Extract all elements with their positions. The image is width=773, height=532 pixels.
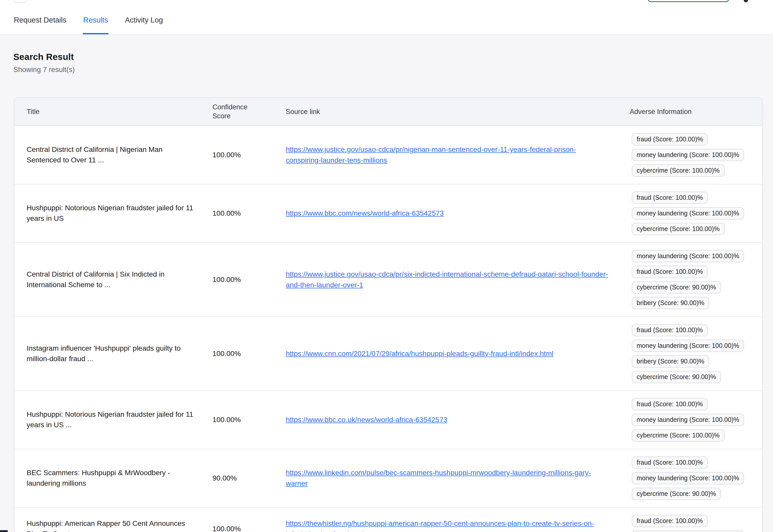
adverse-badge: cybercrime (Score: 100.00)% — [632, 223, 725, 235]
adverse-badge: money laundering (Score: 100.00)% — [632, 207, 744, 220]
column-header-title: Title — [27, 104, 212, 120]
adverse-badge: fraud (Score: 100.00)% — [632, 192, 708, 204]
adverse-badge: fraud (Score: 100.00)% — [632, 398, 708, 410]
table-row: Hushpuppi: Notorious Nigerian fraudster … — [15, 184, 762, 243]
adverse-badge: money laundering (Score: 100.00)% — [632, 530, 744, 532]
top-right-partial-icon — [744, 0, 748, 2]
column-header-source-link: Source link — [286, 104, 630, 120]
result-title: Hushpuppi: Notorious Nigerian fraudster … — [27, 409, 212, 430]
confidence-score-value: 100.00% — [212, 350, 286, 358]
adverse-information-badges: money laundering (Score: 100.00)%fraud (… — [630, 249, 762, 310]
result-title: Hushpuppi: American Rapper 50 Cent Annou… — [27, 518, 212, 532]
table-row: Hushpuppi: Notorious Nigerian fraudster … — [15, 391, 762, 449]
source-link[interactable]: https://www.justice.gov/usao-cdca/pr/nig… — [286, 145, 576, 164]
source-link[interactable]: https://thewhistler.ng/hushpuppi-america… — [286, 519, 594, 532]
adverse-badge: cybercrime (Score: 90.00)% — [632, 488, 721, 500]
adverse-badge: fraud (Score: 100.00)% — [632, 266, 708, 278]
adverse-information-badges: fraud (Score: 100.00)%money laundering (… — [630, 398, 762, 442]
adverse-badge: cybercrime (Score: 100.00)% — [632, 429, 725, 442]
adverse-badge: bribery (Score: 90.00)% — [632, 297, 709, 309]
result-title: BEC Scammers: Hushpuppi & MrWoodbery - l… — [27, 468, 212, 488]
confidence-score-value: 100.00% — [212, 416, 286, 424]
result-count-text: Showing 7 result(s) — [13, 66, 760, 74]
confidence-score-value: 90.00% — [212, 474, 286, 482]
adverse-information-badges: fraud (Score: 100.00)%money laundering (… — [630, 456, 762, 500]
table-header-row: Title Confidence Score Source link Adver… — [15, 98, 762, 126]
adverse-information-badges: fraud (Score: 100.00)%money laundering (… — [630, 133, 762, 177]
tab-list: Request Details Results Activity Log — [13, 16, 163, 34]
adverse-badge: fraud (Score: 100.00)% — [632, 133, 708, 145]
adverse-badge: cybercrime (Score: 100.00)% — [632, 164, 725, 177]
adverse-badge: fraud (Score: 100.00)% — [632, 456, 708, 469]
adverse-badge: fraud (Score: 100.00)% — [632, 515, 708, 527]
adverse-badge: bribery (Score: 90.00)% — [632, 355, 709, 368]
source-link[interactable]: https://www.bbc.co.uk/news/world-africa-… — [286, 416, 447, 424]
table-row: Instagram influencer 'Hushpuppi' pleads … — [15, 317, 762, 391]
confidence-score-value: 100.00% — [212, 151, 286, 159]
tab-activity-log[interactable]: Activity Log — [124, 16, 163, 34]
result-title: Instagram influencer 'Hushpuppi' pleads … — [27, 343, 212, 364]
search-result-section: Search Result Showing 7 result(s) Title … — [0, 35, 773, 532]
results-table: Title Confidence Score Source link Adver… — [14, 97, 762, 532]
source-link[interactable]: https://www.justice.gov/usao-cdca/pr/six… — [286, 270, 608, 289]
column-header-confidence-score: Confidence Score — [212, 99, 286, 125]
adverse-information-badges: fraud (Score: 100.00)%money laundering (… — [630, 324, 762, 384]
confidence-score-value: 100.00% — [212, 525, 286, 532]
adverse-badge: money laundering (Score: 100.00)% — [632, 472, 744, 484]
adverse-badge: cybercrime (Score: 90.00)% — [632, 281, 721, 294]
table-row: Central District of California | Nigeria… — [15, 126, 762, 184]
table-row: BEC Scammers: Hushpuppi & MrWoodbery - l… — [15, 449, 762, 508]
tab-results[interactable]: Results — [83, 16, 109, 34]
page-title: Search Result — [13, 52, 760, 62]
adverse-badge: money laundering (Score: 100.00)% — [632, 149, 744, 161]
source-link[interactable]: https://www.cnn.com/2021/07/29/africa/hu… — [286, 350, 553, 358]
source-link[interactable]: https://www.bbc.com/news/world-africa-63… — [286, 209, 444, 217]
tab-request-details[interactable]: Request Details — [13, 16, 67, 34]
adverse-badge: fraud (Score: 100.00)% — [632, 324, 708, 336]
adverse-badge: cybercrime (Score: 90.00)% — [632, 371, 721, 383]
top-left-partial-control[interactable] — [13, 0, 27, 3]
column-header-adverse-information: Adverse Information — [630, 104, 762, 120]
bottom-left-dark-strip — [0, 530, 8, 532]
adverse-badge: money laundering (Score: 100.00)% — [632, 340, 744, 352]
table-row: Central District of California | Six Ind… — [15, 243, 762, 317]
table-body: Central District of California | Nigeria… — [15, 126, 762, 532]
result-title: Central District of California | Six Ind… — [27, 269, 212, 290]
top-tab-bar: Request Details Results Activity Log — [0, 0, 773, 35]
table-row: Hushpuppi: American Rapper 50 Cent Annou… — [15, 508, 762, 532]
confidence-score-value: 100.00% — [212, 276, 286, 284]
adverse-badge: money laundering (Score: 100.00)% — [632, 414, 744, 426]
adverse-information-badges: fraud (Score: 100.00)%money laundering (… — [630, 191, 762, 236]
source-link[interactable]: https://www.linkedin.com/pulse/bec-scamm… — [286, 469, 591, 487]
confidence-score-value: 100.00% — [212, 209, 286, 217]
adverse-badge: money laundering (Score: 100.00)% — [632, 250, 744, 262]
top-right-outline-button[interactable] — [648, 0, 729, 2]
result-title: Central District of California | Nigeria… — [27, 144, 212, 165]
result-title: Hushpuppi: Notorious Nigerian fraudster … — [27, 203, 212, 224]
adverse-information-badges: fraud (Score: 100.00)%money laundering (… — [630, 514, 762, 532]
